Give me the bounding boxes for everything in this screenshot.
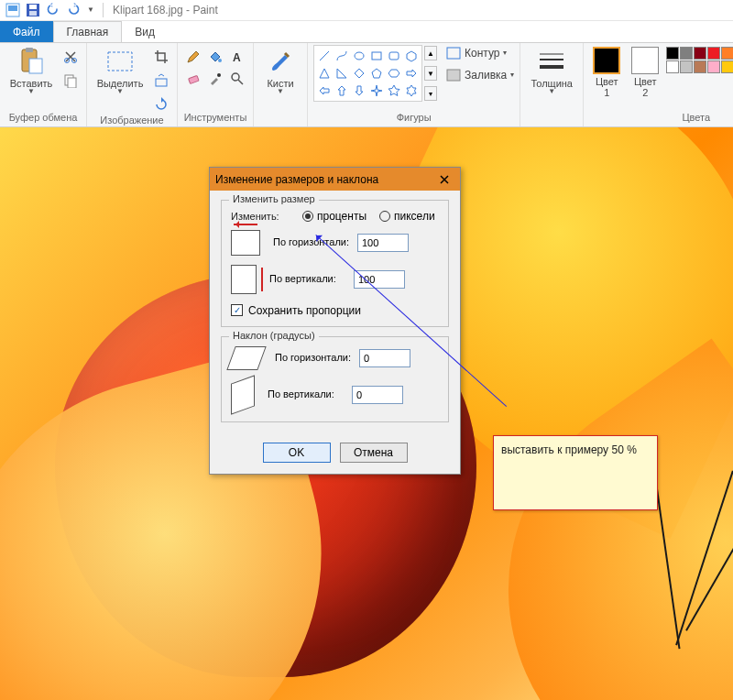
ribbon: Вставить ▼ Буфер обмена Выделить ▼ xyxy=(0,42,733,127)
close-button[interactable] xyxy=(434,171,454,188)
skew-group: Наклон (градусы) По горизонтали: По верт… xyxy=(221,336,449,422)
shape-star5-icon[interactable] xyxy=(386,82,402,99)
brushes-button[interactable]: Кисти ▼ xyxy=(259,45,301,95)
outline-button[interactable]: Контур ▾ xyxy=(446,47,514,60)
horizontal-input[interactable] xyxy=(357,234,409,252)
gallery-up-icon[interactable]: ▲ xyxy=(424,46,437,60)
color-swatch[interactable] xyxy=(680,60,693,73)
shape-polygon-icon[interactable] xyxy=(403,48,420,64)
gallery-down-icon[interactable]: ▼ xyxy=(424,66,437,81)
text-icon[interactable]: A xyxy=(227,47,247,67)
home-tab-label: Главная xyxy=(67,26,109,38)
picker-icon[interactable] xyxy=(205,69,225,89)
vertical-icon xyxy=(231,265,257,294)
ribbon-tabs: Файл Главная Вид xyxy=(0,21,733,42)
shape-roundrect-icon[interactable] xyxy=(386,48,402,64)
color-swatch[interactable] xyxy=(666,60,679,73)
color-palette xyxy=(666,45,733,73)
color-swatch[interactable] xyxy=(694,47,706,60)
shape-hexagon-icon[interactable] xyxy=(386,65,402,82)
svg-point-14 xyxy=(218,59,222,62)
group-colors-label: Цвета xyxy=(682,112,710,126)
select-button[interactable]: Выделить ▼ xyxy=(93,45,148,95)
cut-icon[interactable] xyxy=(60,47,81,67)
svg-rect-12 xyxy=(108,52,132,71)
shape-oval-icon[interactable] xyxy=(351,48,367,64)
color-swatch[interactable] xyxy=(721,47,733,60)
pixels-radio[interactable]: пиксели xyxy=(379,210,435,223)
color-swatch[interactable] xyxy=(707,60,720,73)
color-swatch[interactable] xyxy=(680,47,693,60)
svg-rect-6 xyxy=(26,48,33,52)
paste-button[interactable]: Вставить ▼ xyxy=(5,45,57,95)
ok-label: OK xyxy=(289,446,304,459)
ok-button[interactable]: OK xyxy=(263,443,331,463)
file-tab-label: Файл xyxy=(13,26,40,38)
radio-dot-icon xyxy=(302,211,313,222)
resize-group-label: Изменить размер xyxy=(229,193,319,204)
home-tab[interactable]: Главная xyxy=(53,21,123,42)
customize-qat-icon[interactable]: ▼ xyxy=(84,1,97,19)
color-swatch[interactable] xyxy=(666,47,679,60)
color2-button[interactable]: Цвет 2 xyxy=(628,45,662,100)
fill-button[interactable]: Заливка ▾ xyxy=(446,69,514,82)
annotation-text: выставить к примеру 50 % xyxy=(501,443,637,456)
svg-rect-13 xyxy=(156,79,167,86)
svg-rect-23 xyxy=(447,70,460,81)
shape-star4-icon[interactable] xyxy=(368,82,385,99)
shape-arrow-l-icon[interactable] xyxy=(316,82,333,99)
shape-arrow-u-icon[interactable] xyxy=(334,82,350,99)
percent-label: проценты xyxy=(317,210,366,223)
group-image-label: Изображение xyxy=(100,115,163,126)
shape-arrow-r-icon[interactable] xyxy=(403,65,420,82)
view-tab[interactable]: Вид xyxy=(122,21,168,42)
color-swatch[interactable] xyxy=(707,47,720,60)
shape-rect-icon[interactable] xyxy=(368,48,385,64)
select-icon xyxy=(105,47,135,76)
magnifier-icon[interactable] xyxy=(227,69,247,89)
shape-rtriangle-icon[interactable] xyxy=(334,65,350,82)
svg-text:A: A xyxy=(233,51,241,64)
shapes-gallery[interactable] xyxy=(313,45,422,102)
rotate-icon[interactable] xyxy=(151,94,171,115)
shape-triangle-icon[interactable] xyxy=(316,65,333,82)
thickness-button[interactable]: Толщина ▼ xyxy=(526,45,577,95)
shape-diamond-icon[interactable] xyxy=(351,65,367,82)
file-tab[interactable]: Файл xyxy=(0,21,53,42)
group-thickness: Толщина ▼ xyxy=(520,43,584,126)
pencil-icon[interactable] xyxy=(183,47,203,67)
vertical-input[interactable] xyxy=(354,270,405,289)
percent-radio[interactable]: проценты xyxy=(302,210,366,223)
redo-icon[interactable] xyxy=(64,1,82,19)
fill-bucket-icon xyxy=(446,69,461,82)
shape-line-icon[interactable] xyxy=(316,48,333,64)
shape-star6-icon[interactable] xyxy=(403,82,420,99)
dialog-titlebar[interactable]: Изменение размеров и наклона xyxy=(210,168,460,191)
color-swatch[interactable] xyxy=(721,60,733,73)
fill-label: Заливка xyxy=(465,69,507,82)
shape-arrow-d-icon[interactable] xyxy=(351,82,367,99)
svg-rect-4 xyxy=(29,11,37,16)
fill-icon[interactable] xyxy=(205,47,225,67)
cancel-button[interactable]: Отмена xyxy=(340,443,408,463)
window-title: Klipart 168.jpg - Paint xyxy=(113,4,218,16)
color-swatch[interactable] xyxy=(694,60,706,73)
shape-curve-icon[interactable] xyxy=(334,48,350,64)
gallery-more-icon[interactable]: ▾ xyxy=(424,86,437,101)
copy-icon[interactable] xyxy=(60,71,81,91)
separator xyxy=(103,3,104,17)
color2-swatch xyxy=(631,47,659,74)
skew-horizontal-input[interactable] xyxy=(359,349,410,367)
crop-icon[interactable] xyxy=(151,47,171,67)
eraser-icon[interactable] xyxy=(183,69,203,89)
keep-ratio-checkbox[interactable]: ✓ Сохранить пропорции xyxy=(231,304,361,317)
cancel-label: Отмена xyxy=(354,446,393,459)
svg-rect-22 xyxy=(447,48,460,59)
undo-icon[interactable] xyxy=(44,1,62,19)
resize-icon[interactable] xyxy=(151,71,171,91)
radio-dot-icon xyxy=(379,211,390,222)
color1-button[interactable]: Цвет 1 xyxy=(589,45,624,100)
skew-vertical-input[interactable] xyxy=(352,386,403,404)
save-icon[interactable] xyxy=(24,1,42,19)
shape-pentagon-icon[interactable] xyxy=(368,65,385,82)
